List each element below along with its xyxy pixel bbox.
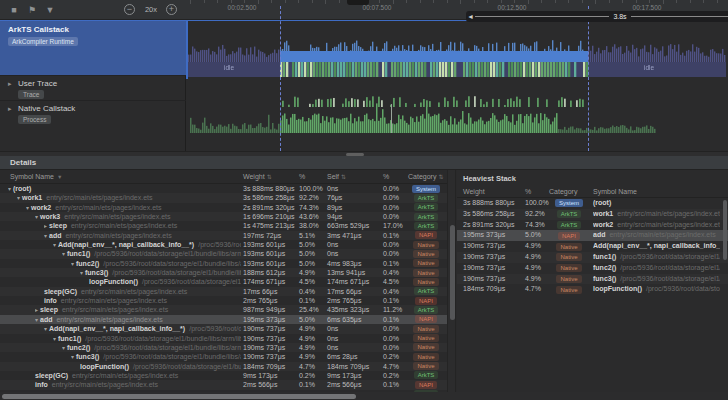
ruler-tick: [703, 0, 704, 3]
heaviest-row[interactable]: 190ms 737μs4.9%Nativefunc3()/proc/5936/r…: [457, 274, 728, 285]
symbol-path: entry/src/main/ets/pages/index.ets: [67, 222, 177, 229]
ruler-tick: [433, 0, 434, 3]
table-row[interactable]: ▸sleepentry/src/main/ets/pages/index.ets…: [0, 221, 447, 230]
vertical-scrollbar[interactable]: [447, 170, 456, 400]
ruler-tick: [663, 0, 664, 4]
ruler-tick: [568, 0, 569, 3]
column-self-percent[interactable]: %: [383, 173, 389, 180]
track-native-callstack[interactable]: ▸ Native Callstack Process: [0, 100, 186, 131]
track-arkts-callstack[interactable]: ArkTS Callstack ArkCompiler Runtime: [0, 21, 186, 75]
flag-icon[interactable]: ⚑: [26, 4, 38, 16]
symbol-name: add: [40, 316, 52, 323]
column-symbol-name[interactable]: Symbol Name▼: [10, 173, 62, 180]
table-row[interactable]: ▾addentry/src/main/ets/pages/index.ets19…: [0, 231, 447, 240]
table-row[interactable]: ▾work2entry/src/main/ets/pages/index.ets…: [0, 203, 447, 212]
table-row[interactable]: ▾func1()/proc/5936/root/data/storage/el1…: [0, 334, 447, 343]
heaviest-row[interactable]: 3s 586ms 258μs92.2%ArkTSwork1entry/src/m…: [457, 209, 728, 220]
category-badge: ArkTS: [414, 371, 439, 379]
scrollbar-thumb[interactable]: [2, 394, 356, 399]
table-row[interactable]: loopFunction()/proc/5936/root/data/stora…: [0, 362, 447, 371]
details-header-bar: Details: [0, 156, 728, 170]
zoom-out-button[interactable]: −: [124, 4, 135, 15]
heaviest-row[interactable]: 184ms 709μs4.7%NativeloopFunction()/proc…: [457, 284, 728, 295]
table-row[interactable]: ▾Add(napi_env__*, napi_callback_info__*)…: [0, 324, 447, 333]
heaviest-row[interactable]: 3s 888ms 880μs100.0%System(root): [457, 198, 728, 209]
table-row[interactable]: ▾func1()/proc/5936/root/data/storage/el1…: [0, 249, 447, 258]
weight-value: 190ms 737μs: [243, 343, 285, 352]
table-row[interactable]: ▾(root)3s 888ms 880μs100.0%0ns0.0%System: [0, 184, 447, 193]
heaviest-row[interactable]: 190ms 737μs4.9%Nativefunc2()/proc/5936/r…: [457, 263, 728, 274]
symbol-path: entry/src/main/ets/pages/index.ets: [52, 316, 162, 323]
chevron-right-icon[interactable]: ▸: [8, 80, 12, 88]
weight-percent: 25.4%: [299, 305, 319, 314]
zoom-in-button[interactable]: +: [166, 4, 177, 15]
self-value: 2ms 765μs: [327, 296, 361, 305]
table-row[interactable]: ▾work3entry/src/main/ets/pages/index.ets…: [0, 212, 447, 221]
table-row[interactable]: ▸sleepentry/src/main/ets/pages/index.ets…: [0, 305, 447, 314]
table-row[interactable]: sleep(GC)entry/src/main/ets/pages/index.…: [0, 371, 447, 380]
table-row[interactable]: ▾func2()/proc/5936/root/data/storage/el1…: [0, 343, 447, 352]
horizontal-scrollbar[interactable]: [0, 392, 728, 400]
sort-icon[interactable]: ⇅: [339, 174, 346, 180]
table-row[interactable]: ▾Add(napi_env__*, napi_callback_info__*)…: [0, 240, 447, 249]
timeline-drag-handle[interactable]: [347, 0, 369, 5]
filter-icon[interactable]: ▼: [44, 4, 56, 16]
column-category[interactable]: Category⇅: [408, 173, 443, 180]
heaviest-row[interactable]: 195ms 373μs5.0%NAPIaddentry/src/main/ets…: [457, 230, 728, 241]
column-category[interactable]: Category: [549, 188, 577, 195]
self-percent: 17.0%: [383, 221, 403, 230]
category-badge: NAPI: [558, 232, 580, 240]
category-cell: Native: [408, 269, 444, 277]
table-row[interactable]: loopFunction()/proc/5936/root/data/stora…: [0, 277, 447, 286]
category-badge: NAPI: [415, 315, 437, 323]
table-row[interactable]: ▾func2()/proc/5936/root/data/storage/el1…: [0, 259, 447, 268]
scrollbar-thumb[interactable]: [723, 200, 727, 260]
heaviest-row[interactable]: 2s 891ms 320μs74.3%ArkTSwork2entry/src/m…: [457, 220, 728, 231]
ruler-time-label: 00:02.500: [228, 4, 257, 11]
category-badge: Native: [556, 243, 581, 251]
table-row[interactable]: sleep(GC)entry/src/main/ets/pages/index.…: [0, 287, 447, 296]
flame-chart-canvas[interactable]: [186, 20, 728, 151]
filter-icon[interactable]: ▼: [54, 174, 62, 180]
symbol-name: sleep: [49, 222, 67, 229]
column-self[interactable]: Self⇅: [327, 173, 346, 180]
symbol-path: /proc/5936/root/data/storage/el1/bundle/…: [99, 353, 241, 360]
stop-icon[interactable]: ■: [8, 4, 20, 16]
weight-value: 193ms 601μs: [243, 259, 285, 268]
heaviest-header: Weight % Category Symbol Name: [457, 186, 728, 198]
selection-right-edge[interactable]: [588, 6, 589, 151]
heaviest-stack-title: Heaviest Stack: [463, 174, 516, 183]
column-symbol-name[interactable]: Symbol Name: [593, 188, 637, 195]
timeline-track-area[interactable]: idle idle: [186, 20, 728, 151]
column-weight[interactable]: Weight⇅: [243, 173, 272, 180]
sort-icon[interactable]: ⇅: [265, 174, 272, 180]
column-weight[interactable]: Weight: [463, 188, 485, 195]
table-row[interactable]: ▾addentry/src/main/ets/pages/index.ets19…: [0, 315, 447, 324]
table-row[interactable]: infoentry/src/main/ets/pages/index.ets2m…: [0, 380, 447, 389]
heaviest-row[interactable]: 190ms 737μs4.9%Nativefunc1()/proc/5936/r…: [457, 252, 728, 263]
category-cell: Native: [408, 250, 444, 258]
column-percent[interactable]: %: [299, 173, 305, 180]
track-user-trace[interactable]: ▸ User Trace Trace: [0, 75, 186, 100]
scrollbar-thumb[interactable]: [450, 225, 455, 320]
table-row[interactable]: ▾func3()/proc/5936/root/data/storage/el1…: [0, 268, 447, 277]
sort-icon[interactable]: ⇅: [436, 174, 443, 180]
ruler-tick: [649, 0, 650, 3]
symbol-name: work3: [40, 213, 60, 220]
weight-percent: 0.4%: [299, 287, 315, 296]
column-percent[interactable]: %: [525, 188, 531, 195]
symbol-name: Add(napi_env__*, napi_callback_info__*): [593, 242, 720, 249]
category-cell: ArkTS: [408, 213, 444, 221]
selection-left-edge[interactable]: [280, 6, 281, 151]
symbol-name: info: [35, 381, 48, 388]
table-row[interactable]: infoentry/src/main/ets/pages/index.ets2m…: [0, 296, 447, 305]
weight-value: 2s 891ms 320μs: [463, 220, 515, 231]
category-badge: Native: [556, 286, 581, 294]
selection-duration-bar[interactable]: ◄ 3.8s ►: [466, 11, 728, 22]
table-row[interactable]: ▾func3()/proc/5936/root/data/storage/el1…: [0, 352, 447, 361]
chevron-right-icon[interactable]: ▸: [8, 105, 12, 113]
heaviest-row[interactable]: 190ms 737μs4.9%NativeAdd(napi_env__*, na…: [457, 241, 728, 252]
symbol-name: func1(): [67, 250, 90, 257]
table-row[interactable]: ▾work1entry/src/main/ets/pages/index.ets…: [0, 193, 447, 202]
weight-value: 3s 888ms 880μs: [243, 184, 295, 193]
